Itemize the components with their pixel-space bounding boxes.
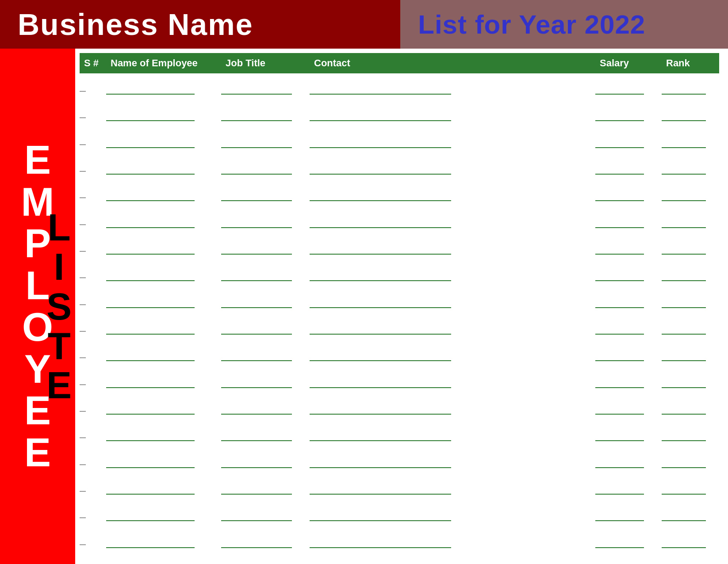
cell-contact [310,227,595,228]
sidebar: E M P L O Y E E L I S T E [0,49,75,564]
cell-jobtitle [221,334,310,335]
cell-jobtitle [221,494,310,495]
cell-salary [595,200,662,201]
dash: — [80,381,86,388]
cell-salary [595,360,662,361]
table-rows: — — [80,75,719,555]
cell-contact [310,280,595,281]
cell-contact [310,254,595,255]
col-header-salary: Salary [595,57,662,69]
table-row: — [80,322,719,335]
table-row: — [80,376,719,388]
cell-salary [595,254,662,255]
cell-rank [662,254,719,255]
cell-salary [595,94,662,95]
cell-salary [595,494,662,495]
cell-snum: — [80,87,106,95]
cell-name [106,467,221,468]
cell-snum: — [80,407,106,415]
cell-rank [662,467,719,468]
cell-name [106,387,221,388]
col-header-jobtitle: Job Title [221,57,310,69]
cell-salary [595,280,662,281]
dash: — [80,541,86,548]
cell-name [106,307,221,308]
cell-salary [595,440,662,441]
cell-name [106,254,221,255]
cell-jobtitle [221,94,310,95]
col-header-contact: Contact [310,57,595,69]
cell-salary [595,147,662,148]
cell-snum: — [80,381,106,388]
cell-rank [662,494,719,495]
list-letter-t: T [48,326,71,366]
dash: — [80,354,86,361]
table-row: — [80,269,719,281]
cell-salary [595,120,662,121]
cell-snum: — [80,434,106,441]
cell-jobtitle [221,387,310,388]
cell-rank [662,520,719,521]
cell-contact [310,360,595,361]
dash: — [80,87,86,94]
cell-contact [310,334,595,335]
cell-snum: — [80,141,106,148]
dash: — [80,487,86,494]
table-row: — [80,82,719,95]
table-row: — [80,109,719,121]
cell-contact [310,414,595,415]
dash: — [80,247,86,254]
dash: — [80,194,86,201]
business-name: Business Name [18,7,253,42]
sidebar-letter-e3: E [24,432,51,474]
cell-rank [662,147,719,148]
table-row: — [80,402,719,415]
cell-snum: — [80,354,106,361]
cell-name [106,174,221,175]
cell-name [106,227,221,228]
col-header-name: Name of Employee [106,57,221,69]
cell-salary [595,334,662,335]
cell-name [106,520,221,521]
cell-snum: — [80,327,106,335]
cell-rank [662,94,719,95]
cell-rank [662,547,719,548]
cell-jobtitle [221,280,310,281]
cell-contact [310,307,595,308]
sidebar-letter-l: L [26,265,50,307]
table-row: — [80,162,719,175]
cell-jobtitle [221,360,310,361]
list-letter-e: E [46,366,72,405]
cell-name [106,440,221,441]
cell-rank [662,174,719,175]
list-letter-l: L [48,208,71,247]
cell-name [106,147,221,148]
cell-jobtitle [221,440,310,441]
cell-name [106,547,221,548]
table-row: — [80,509,719,521]
col-header-rank: Rank [662,57,719,69]
cell-rank [662,120,719,121]
cell-snum: — [80,461,106,468]
dash: — [80,167,86,174]
cell-salary [595,467,662,468]
dash: — [80,274,86,281]
cell-rank [662,200,719,201]
cell-contact [310,520,595,521]
cell-salary [595,520,662,521]
col-header-snum: S # [80,57,106,69]
cell-jobtitle [221,467,310,468]
header: Business Name List for Year 2022 [0,0,728,49]
cell-salary [595,174,662,175]
cell-contact [310,174,595,175]
cell-rank [662,280,719,281]
cell-name [106,200,221,201]
cell-jobtitle [221,120,310,121]
main-content: E M P L O Y E E L I S T E S # Name of Em… [0,49,728,564]
cell-snum: — [80,194,106,201]
cell-snum: — [80,274,106,281]
cell-rank [662,440,719,441]
table-row: — [80,429,719,441]
list-title: List for Year 2022 [418,9,645,40]
cell-contact [310,94,595,95]
